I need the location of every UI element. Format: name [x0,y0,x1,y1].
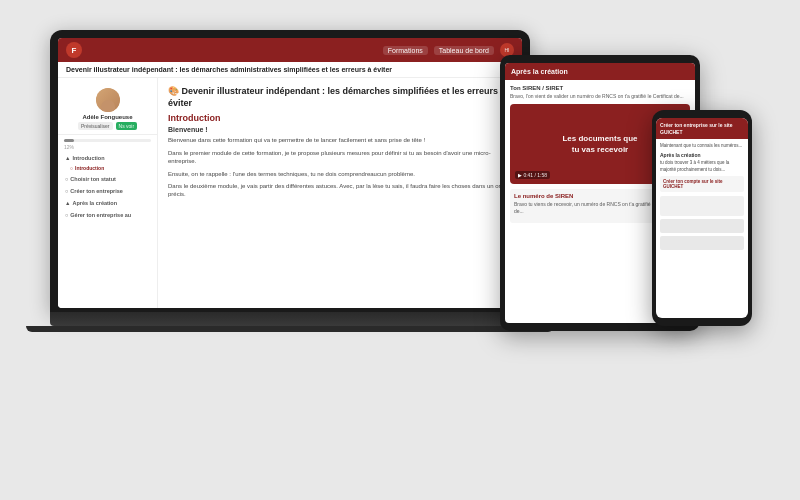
para3: Ensuite, on te rappelle : l'une des term… [168,170,512,178]
formations-btn[interactable]: Formations [383,46,428,55]
phone-text1: Maintenant que tu connais les numéros... [660,143,744,149]
nav-group-icon-apres: ▲ [65,200,70,206]
progress-label: 12% [58,144,157,150]
nav-group-statut: ○ Choisir ton statut [62,174,153,184]
nav-group-creer: ○ Créer ton entreprise [62,186,153,196]
avatar-buttons: Prévisualiser Ns voir [78,122,137,130]
header-right: Formations Tableau de bord HI [383,43,514,57]
video-label: Les documents que tu vas recevoir [558,129,641,159]
tableau-btn[interactable]: Tableau de bord [434,46,494,55]
para2: Dans le premier module de cette formatio… [168,149,512,166]
logo-text: F [72,46,77,55]
phone-outer: Créer ton entreprise sur le site GUICHET… [652,110,752,326]
avatar [96,88,120,112]
phone-content-placeholder2 [660,219,744,233]
laptop-screen-outer: F Formations Tableau de bord HI Devenir … [50,30,530,312]
sidebar: Adèle Fongueuse Prévisualiser Ns voir 12… [58,78,158,308]
laptop: F Formations Tableau de bord HI Devenir … [50,30,530,332]
phone-body: Maintenant que tu connais les numéros...… [656,139,748,254]
phone-content-placeholder [660,196,744,216]
main-content: 🎨 Devenir illustrateur indépendant : les… [158,78,522,308]
edit-btn[interactable]: Ns voir [116,122,138,130]
phone-header: Créer ton entreprise sur le site GUICHET [656,118,748,139]
app-header: F Formations Tableau de bord HI [58,38,522,62]
tablet-header: Après la création [505,63,695,80]
nav-item-introduction[interactable]: ○ Introduction [62,163,153,172]
phone: Créer ton entreprise sur le site GUICHET… [652,110,752,326]
nav-group-title-statut[interactable]: ○ Choisir ton statut [62,174,153,184]
tablet-section1-title: Ton SIREN / SIRET [510,85,690,91]
nav-group-intro: ▲ Introduction ○ Introduction [62,153,153,172]
bienvenue-heading: Bienvenue ! [168,126,512,133]
phone-screen: Créer ton entreprise sur le site GUICHET… [656,118,748,318]
phone-content-placeholder3 [660,236,744,250]
laptop-foot [26,326,554,332]
nav-group-title-apres[interactable]: ▲ Après la création [62,198,153,208]
nav-item-icon: ○ [70,165,73,171]
progress-bar [64,139,151,142]
phone-section1-title: Après la création [660,152,744,158]
nav-group-gerer: ○ Gérer ton entreprise au [62,210,153,220]
page-title-bar: Devenir illustrateur indépendant : les d… [58,62,522,78]
sidebar-user: Adèle Fongueuse Prévisualiser Ns voir [58,84,157,135]
laptop-screen: F Formations Tableau de bord HI Devenir … [58,38,522,308]
scene: F Formations Tableau de bord HI Devenir … [0,0,800,500]
laptop-base [50,312,530,326]
user-name: Adèle Fongueuse [82,114,132,120]
nav-group-title-gerer[interactable]: ○ Gérer ton entreprise au [62,210,153,220]
nav-group-title-creer[interactable]: ○ Créer ton entreprise [62,186,153,196]
section-heading: Introduction [168,113,512,123]
tablet-section1-text: Bravo, l'on vient de valider un numéro d… [510,93,690,100]
play-button[interactable]: ▶ 0:41 / 1:58 [515,171,550,179]
nav-group-title-intro[interactable]: ▲ Introduction [62,153,153,163]
para1: Bienvenue dans cette formation qui va te… [168,136,512,144]
nav-group-icon-creer: ○ [65,188,68,194]
nav-section: ▲ Introduction ○ Introduction [58,153,157,220]
phone-box: Créer ton compte sur le site GUICHET [660,176,744,192]
nav-group-icon-intro: ▲ [65,155,70,161]
para4: Dans le deuxième module, je vais partir … [168,182,512,199]
preview-btn[interactable]: Prévisualiser [78,122,113,130]
app-body: Adèle Fongueuse Prévisualiser Ns voir 12… [58,78,522,308]
nav-group-icon-statut: ○ [65,176,68,182]
page-title: Devenir illustrateur indépendant : les d… [66,65,514,74]
app-logo: F [66,42,82,58]
phone-text2: tu dois trouver 3 à 4 métiers que la maj… [660,160,744,173]
nav-group-apres: ▲ Après la création [62,198,153,208]
content-main-title: 🎨 Devenir illustrateur indépendant : les… [168,86,512,109]
nav-group-icon-gerer: ○ [65,212,68,218]
phone-box-title: Créer ton compte sur le site GUICHET [663,179,741,189]
progress-fill [64,139,74,142]
